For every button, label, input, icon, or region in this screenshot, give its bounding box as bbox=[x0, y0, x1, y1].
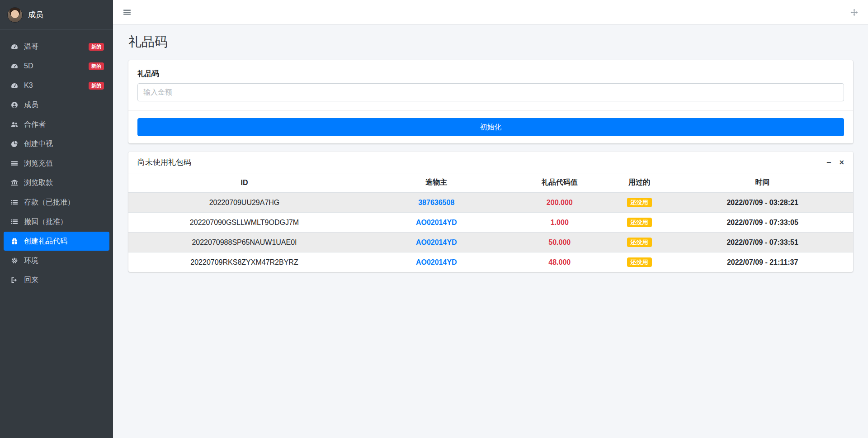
unused-gift-codes-card: 尚未使用礼包码 − × ID 造物主 礼品代码值 用过的 时间 bbox=[128, 152, 853, 272]
sidebar-menu: 温哥 新的 5D 新的 K3 新的 成员 合作者 创建中视 浏览充值 bbox=[0, 30, 113, 290]
new-badge: 新的 bbox=[89, 62, 104, 70]
sidebar-item-create-gift-code[interactable]: 创建礼品代码 bbox=[4, 232, 109, 251]
sidebar-item-label: 5D bbox=[24, 62, 33, 70]
unused-badge: 还没用 bbox=[627, 218, 652, 227]
list-icon bbox=[9, 218, 20, 225]
table-row: 202207090GSLLWMLT9ODGJ7M AO02014YD 1.000… bbox=[128, 213, 853, 233]
sidebar-item-label: 合作者 bbox=[24, 120, 46, 129]
sidebar-item-label: 撤回（批准） bbox=[24, 217, 67, 227]
speedometer-icon bbox=[9, 62, 20, 70]
close-icon[interactable]: × bbox=[839, 158, 844, 167]
sidebar-item-label: 回来 bbox=[24, 276, 38, 285]
sidebar-item-label: 浏览充值 bbox=[24, 159, 53, 168]
amount-field-label: 礼品码 bbox=[137, 69, 844, 79]
gear-icon bbox=[9, 257, 20, 264]
bars-icon bbox=[9, 160, 20, 167]
bank-icon bbox=[9, 179, 20, 186]
col-header-creator: 造物主 bbox=[360, 173, 513, 192]
sidebar-item-label: 成员 bbox=[24, 100, 38, 110]
sidebar-item-withdrawals-approved[interactable]: 撤回（批准） bbox=[4, 212, 109, 231]
cell-id: 2022070988SP65NAUW1UAE0I bbox=[128, 233, 360, 252]
cell-value: 1.000 bbox=[513, 213, 607, 233]
sidebar-item-members[interactable]: 成员 bbox=[4, 95, 109, 114]
unused-badge: 还没用 bbox=[627, 257, 652, 267]
table-row: 2022070988SP65NAUW1UAE0I AO02014YD 50.00… bbox=[128, 233, 853, 252]
brand-label: 成员 bbox=[28, 10, 43, 20]
table-body: 20220709UU29A7HG 387636508 200.000 还没用 2… bbox=[128, 192, 853, 272]
expand-arrows-icon[interactable] bbox=[850, 9, 858, 16]
user-icon bbox=[9, 101, 20, 109]
cell-time: 2022/07/09 - 03:28:21 bbox=[672, 192, 853, 213]
sidebar-item-browse-recharge[interactable]: 浏览充值 bbox=[4, 154, 109, 173]
cell-time: 2022/07/09 - 07:33:51 bbox=[672, 233, 853, 252]
cell-creator-link[interactable]: AO02014YD bbox=[360, 233, 513, 252]
amount-input[interactable] bbox=[137, 83, 844, 101]
sidebar-item-label: 存款（已批准） bbox=[24, 198, 75, 207]
col-header-id: ID bbox=[128, 173, 360, 192]
col-header-value: 礼品代码值 bbox=[513, 173, 607, 192]
cell-creator-link[interactable]: 387636508 bbox=[360, 192, 513, 213]
sidebar-item-label: 环境 bbox=[24, 256, 38, 266]
sidebar-item-browse-withdrawals[interactable]: 浏览取款 bbox=[4, 173, 109, 192]
cell-id: 20220709UU29A7HG bbox=[128, 192, 360, 213]
gift-code-form-card: 礼品码 初始化 bbox=[128, 60, 853, 143]
table-card-title: 尚未使用礼包码 bbox=[137, 157, 191, 167]
cell-time: 2022/07/09 - 21:11:37 bbox=[672, 252, 853, 272]
table-row: 20220709UU29A7HG 387636508 200.000 还没用 2… bbox=[128, 192, 853, 213]
gift-codes-table: ID 造物主 礼品代码值 用过的 时间 20220709UU29A7HG 387… bbox=[128, 173, 853, 272]
pie-chart-icon bbox=[9, 140, 20, 148]
cell-value: 48.000 bbox=[513, 252, 607, 272]
table-header-row: ID 造物主 礼品代码值 用过的 时间 bbox=[128, 173, 853, 192]
sidebar-item-settings[interactable]: 环境 bbox=[4, 251, 109, 270]
sidebar-item-deposits-approved[interactable]: 存款（已批准） bbox=[4, 193, 109, 212]
table-head: ID 造物主 礼品代码值 用过的 时间 bbox=[128, 173, 853, 192]
sidebar-item-logout[interactable]: 回来 bbox=[4, 271, 109, 290]
cell-time: 2022/07/09 - 07:33:05 bbox=[672, 213, 853, 233]
cell-value: 200.000 bbox=[513, 192, 607, 213]
unused-badge: 还没用 bbox=[627, 238, 652, 247]
table-card-header: 尚未使用礼包码 − × bbox=[128, 152, 853, 173]
table-row: 20220709RKS8ZYXM47R2BYRZ AO02014YD 48.00… bbox=[128, 252, 853, 272]
unused-badge: 还没用 bbox=[627, 198, 652, 207]
sidebar-item-label: 创建礼品代码 bbox=[24, 237, 67, 246]
new-badge: 新的 bbox=[89, 43, 104, 51]
sidebar-item-label: 浏览取款 bbox=[24, 178, 53, 188]
users-icon bbox=[9, 121, 20, 128]
sidebar-item-create-view[interactable]: 创建中视 bbox=[4, 134, 109, 153]
sidebar-item-label: K3 bbox=[24, 81, 33, 90]
minimize-icon[interactable]: − bbox=[826, 158, 831, 167]
content-area: 礼品码 礼品码 初始化 尚未使用礼包码 − × ID 造物主 bbox=[113, 25, 868, 272]
cell-used: 还没用 bbox=[607, 233, 672, 252]
cell-value: 50.000 bbox=[513, 233, 607, 252]
sidebar: 成员 温哥 新的 5D 新的 K3 新的 成员 合作者 创建中视 bbox=[0, 0, 113, 438]
list-icon bbox=[9, 199, 20, 206]
page-title: 礼品码 bbox=[128, 33, 853, 51]
speedometer-icon bbox=[9, 82, 20, 89]
sidebar-brand[interactable]: 成员 bbox=[0, 0, 113, 30]
user-avatar bbox=[7, 7, 23, 23]
cell-id: 20220709RKS8ZYXM47R2BYRZ bbox=[128, 252, 360, 272]
sidebar-item-partners[interactable]: 合作者 bbox=[4, 115, 109, 134]
cell-used: 还没用 bbox=[607, 252, 672, 272]
hamburger-icon[interactable] bbox=[123, 8, 131, 16]
cell-creator-link[interactable]: AO02014YD bbox=[360, 252, 513, 272]
cell-creator-link[interactable]: AO02014YD bbox=[360, 213, 513, 233]
top-navbar bbox=[113, 0, 868, 25]
cell-id: 202207090GSLLWMLT9ODGJ7M bbox=[128, 213, 360, 233]
new-badge: 新的 bbox=[89, 82, 104, 90]
cell-used: 还没用 bbox=[607, 213, 672, 233]
cell-used: 还没用 bbox=[607, 192, 672, 213]
sidebar-item-label: 温哥 bbox=[24, 42, 38, 52]
speedometer-icon bbox=[9, 43, 20, 50]
sidebar-item-label: 创建中视 bbox=[24, 139, 53, 149]
sidebar-item-5d[interactable]: 5D 新的 bbox=[4, 57, 109, 76]
col-header-used: 用过的 bbox=[607, 173, 672, 192]
form-card-body: 礼品码 bbox=[128, 60, 853, 110]
gift-icon bbox=[9, 238, 20, 245]
signout-icon bbox=[9, 276, 20, 284]
form-card-footer: 初始化 bbox=[128, 110, 853, 143]
initialize-button[interactable]: 初始化 bbox=[137, 118, 844, 136]
sidebar-item-k3[interactable]: K3 新的 bbox=[4, 76, 109, 95]
card-tools: − × bbox=[826, 158, 844, 167]
sidebar-item-wenge[interactable]: 温哥 新的 bbox=[4, 37, 109, 56]
